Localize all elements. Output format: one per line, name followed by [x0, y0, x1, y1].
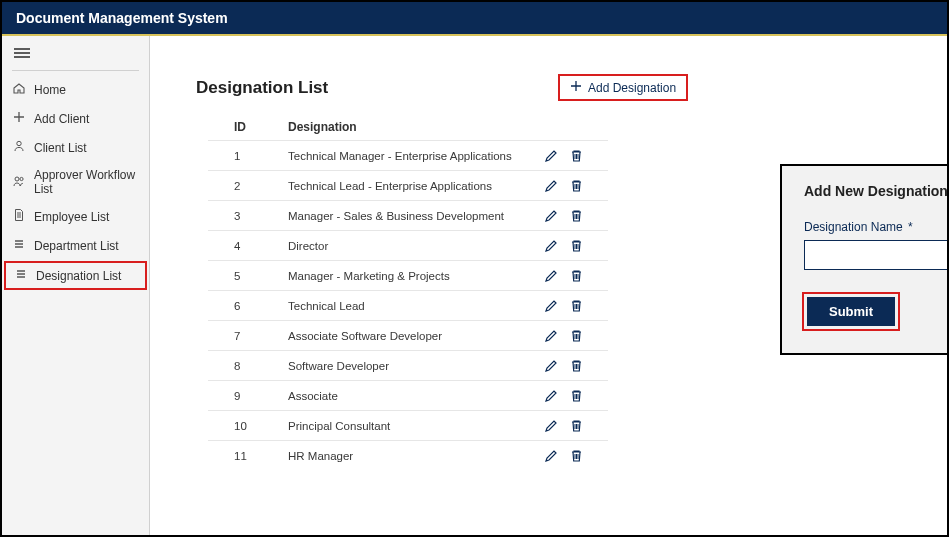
col-header-id: ID: [208, 120, 288, 134]
edit-icon[interactable]: [544, 389, 558, 403]
edit-icon[interactable]: [544, 299, 558, 313]
table-row: 1Technical Manager - Enterprise Applicat…: [208, 140, 608, 170]
cell-name: Software Developer: [288, 360, 544, 372]
app-frame: Document Management System HomeAdd Clien…: [0, 0, 949, 537]
cell-id: 5: [208, 270, 288, 282]
edit-icon[interactable]: [544, 359, 558, 373]
cell-name: HR Manager: [288, 450, 544, 462]
sidebar-item-client-list[interactable]: Client List: [2, 133, 149, 162]
delete-icon[interactable]: [570, 389, 583, 403]
table-row: 11HR Manager: [208, 440, 608, 470]
sidebar-item-label: Client List: [34, 141, 87, 155]
table-row: 7Associate Software Developer: [208, 320, 608, 350]
sidebar-item-label: Designation List: [36, 269, 121, 283]
designation-name-input[interactable]: [804, 240, 949, 270]
sidebar-item-label: Approver Workflow List: [34, 168, 139, 196]
menu-toggle-button[interactable]: [2, 40, 149, 68]
field-label-designation-name: Designation Name *: [804, 220, 949, 234]
svg-point-0: [17, 141, 21, 145]
list-icon: [14, 267, 28, 284]
submit-highlight: Submit: [802, 292, 900, 331]
table-row: 5Manager - Marketing & Projects: [208, 260, 608, 290]
plus-icon: [12, 110, 26, 127]
sidebar-item-add-client[interactable]: Add Client: [2, 104, 149, 133]
delete-icon[interactable]: [570, 449, 583, 463]
table-header: ID Designation: [208, 114, 608, 140]
add-designation-button[interactable]: Add Designation: [558, 74, 688, 101]
col-header-name: Designation: [288, 120, 544, 134]
edit-icon[interactable]: [544, 179, 558, 193]
cell-name: Principal Consultant: [288, 420, 544, 432]
cell-name: Manager - Marketing & Projects: [288, 270, 544, 282]
designation-table: ID Designation 1Technical Manager - Ente…: [208, 114, 608, 470]
sidebar-item-department-list[interactable]: Department List: [2, 231, 149, 260]
add-designation-modal: Add New Designation Designation Name * S…: [780, 164, 949, 355]
edit-icon[interactable]: [544, 329, 558, 343]
sidebar-item-approver-workflow-list[interactable]: Approver Workflow List: [2, 162, 149, 202]
cell-id: 2: [208, 180, 288, 192]
edit-icon[interactable]: [544, 449, 558, 463]
add-designation-label: Add Designation: [588, 81, 676, 95]
delete-icon[interactable]: [570, 209, 583, 223]
person-icon: [12, 139, 26, 156]
home-icon: [12, 81, 26, 98]
table-body[interactable]: 1Technical Manager - Enterprise Applicat…: [208, 140, 608, 470]
cell-name: Director: [288, 240, 544, 252]
cell-id: 9: [208, 390, 288, 402]
cell-name: Technical Lead: [288, 300, 544, 312]
cell-id: 11: [208, 450, 288, 462]
cell-name: Technical Lead - Enterprise Applications: [288, 180, 544, 192]
svg-point-2: [20, 177, 23, 180]
table-row: 2Technical Lead - Enterprise Application…: [208, 170, 608, 200]
cell-id: 1: [208, 150, 288, 162]
edit-icon[interactable]: [544, 209, 558, 223]
sidebar-item-employee-list[interactable]: Employee List: [2, 202, 149, 231]
sidebar-item-label: Department List: [34, 239, 119, 253]
sidebar-item-home[interactable]: Home: [2, 75, 149, 104]
edit-icon[interactable]: [544, 269, 558, 283]
cell-id: 10: [208, 420, 288, 432]
table-row: 6Technical Lead: [208, 290, 608, 320]
cell-name: Associate Software Developer: [288, 330, 544, 342]
table-row: 10Principal Consultant: [208, 410, 608, 440]
modal-title: Add New Designation: [804, 183, 948, 199]
plus-icon: [570, 80, 582, 95]
list-icon: [12, 237, 26, 254]
app-title: Document Management System: [16, 10, 228, 26]
sidebar-item-label: Employee List: [34, 210, 109, 224]
delete-icon[interactable]: [570, 149, 583, 163]
table-row: 9Associate: [208, 380, 608, 410]
delete-icon[interactable]: [570, 269, 583, 283]
edit-icon[interactable]: [544, 239, 558, 253]
cell-name: Associate: [288, 390, 544, 402]
cell-id: 7: [208, 330, 288, 342]
sidebar-item-label: Home: [34, 83, 66, 97]
delete-icon[interactable]: [570, 419, 583, 433]
edit-icon[interactable]: [544, 149, 558, 163]
sidebar: HomeAdd ClientClient ListApprover Workfl…: [2, 36, 150, 535]
delete-icon[interactable]: [570, 239, 583, 253]
cell-id: 4: [208, 240, 288, 252]
table-row: 4Director: [208, 230, 608, 260]
delete-icon[interactable]: [570, 359, 583, 373]
svg-point-1: [15, 177, 19, 181]
cell-name: Technical Manager - Enterprise Applicati…: [288, 150, 544, 162]
delete-icon[interactable]: [570, 299, 583, 313]
edit-icon[interactable]: [544, 419, 558, 433]
page-title: Designation List: [196, 78, 328, 98]
app-header: Document Management System: [2, 2, 947, 36]
sidebar-item-designation-list[interactable]: Designation List: [4, 261, 147, 290]
sidebar-divider: [12, 70, 139, 71]
table-row: 8Software Developer: [208, 350, 608, 380]
required-mark: *: [908, 220, 913, 234]
submit-button[interactable]: Submit: [807, 297, 895, 326]
delete-icon[interactable]: [570, 329, 583, 343]
cell-name: Manager - Sales & Business Development: [288, 210, 544, 222]
delete-icon[interactable]: [570, 179, 583, 193]
cell-id: 8: [208, 360, 288, 372]
cell-id: 6: [208, 300, 288, 312]
table-row: 3Manager - Sales & Business Development: [208, 200, 608, 230]
sidebar-item-label: Add Client: [34, 112, 89, 126]
cell-id: 3: [208, 210, 288, 222]
doc-icon: [12, 208, 26, 225]
